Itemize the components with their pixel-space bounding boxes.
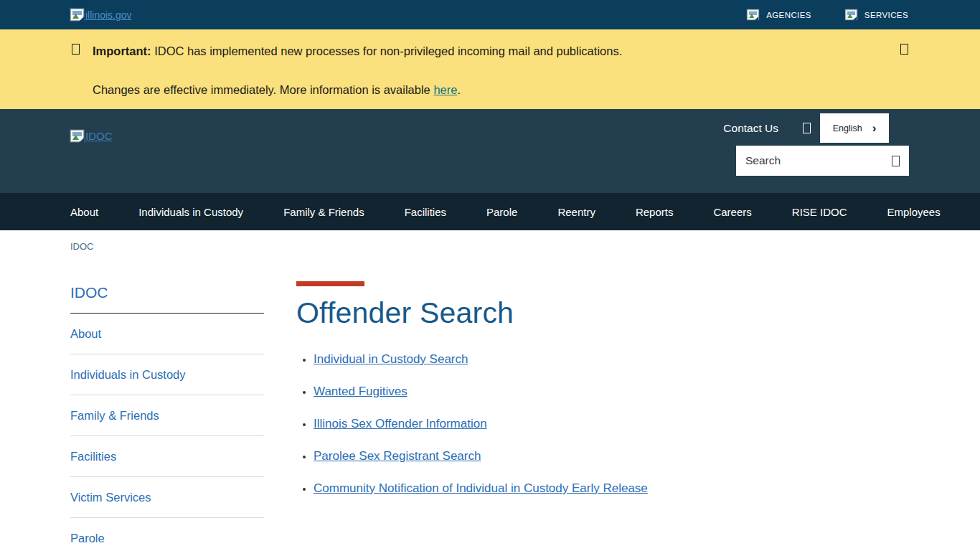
search-input[interactable] <box>745 154 892 167</box>
nav-item-employees[interactable]: Employees <box>867 206 960 218</box>
agencies-label: AGENCIES <box>766 11 811 19</box>
breadcrumb-idoc[interactable]: IDOC <box>70 241 94 252</box>
broken-image-icon <box>70 130 84 142</box>
link-community-notification-early-release[interactable]: Community Notification of Individual in … <box>314 481 648 495</box>
link-individual-in-custody-search[interactable]: Individual in Custody Search <box>314 352 468 366</box>
alert-line2-text: Changes are effective immediately. More … <box>93 83 433 96</box>
list-item: Parolee Sex Registrant Search <box>314 449 648 463</box>
language-selector[interactable]: English › <box>820 113 889 143</box>
search-icon[interactable] <box>892 156 900 166</box>
list-item: Community Notification of Individual in … <box>314 481 648 496</box>
services-link[interactable]: SERVICES <box>844 9 908 21</box>
offender-search-links: Individual in Custody Search Wanted Fugi… <box>314 352 648 496</box>
main-content: Offender Search Individual in Custody Se… <box>296 271 648 551</box>
breadcrumb: IDOC <box>0 230 980 253</box>
nav-item-reentry[interactable]: Reentry <box>537 206 616 218</box>
sidebar-item-individuals-in-custody[interactable]: Individuals in Custody <box>70 354 264 395</box>
broken-image-icon <box>748 9 759 19</box>
utility-bar-links: AGENCIES SERVICES <box>746 9 908 21</box>
services-label: SERVICES <box>864 11 908 19</box>
utility-bar: illinois.gov AGENCIES SERVICES <box>0 0 980 29</box>
broken-image-icon <box>70 9 84 21</box>
sidebar: IDOC About Individuals in Custody Family… <box>70 271 264 551</box>
globe-icon[interactable] <box>803 123 811 133</box>
alert-message: Important: IDOC has implemented new proc… <box>93 42 622 95</box>
agencies-link[interactable]: AGENCIES <box>746 9 811 21</box>
alert-banner: Important: IDOC has implemented new proc… <box>0 29 980 109</box>
sidebar-heading-idoc[interactable]: IDOC <box>70 284 264 314</box>
primary-nav: About Individuals in Custody Family & Fr… <box>0 193 980 230</box>
illinois-gov-logo-link[interactable]: illinois.gov <box>70 9 132 21</box>
link-illinois-sex-offender-information[interactable]: Illinois Sex Offender Information <box>314 417 487 430</box>
link-wanted-fugitives[interactable]: Wanted Fugitives <box>314 385 407 398</box>
header-utilities: Contact Us English › <box>723 113 889 143</box>
link-parolee-sex-registrant-search[interactable]: Parolee Sex Registrant Search <box>314 449 481 463</box>
broken-image-icon <box>845 9 857 19</box>
nav-item-family-friends[interactable]: Family & Friends <box>263 206 385 218</box>
sidebar-item-facilities[interactable]: Facilities <box>70 436 264 477</box>
title-accent-bar <box>296 281 364 286</box>
nav-item-facilities[interactable]: Facilities <box>385 206 466 218</box>
sidebar-item-parole[interactable]: Parole <box>70 518 264 551</box>
nav-item-about[interactable]: About <box>50 206 118 218</box>
chevron-right-icon: › <box>872 122 877 134</box>
nav-item-parole[interactable]: Parole <box>466 206 537 218</box>
idoc-logo-link[interactable]: IDOC <box>70 130 113 142</box>
list-item: Illinois Sex Offender Information <box>314 417 648 431</box>
page-title: Offender Search <box>296 296 648 330</box>
contact-us-link[interactable]: Contact Us <box>723 122 778 135</box>
alert-line1-text: IDOC has implemented new processes for n… <box>151 44 623 57</box>
nav-item-rise-idoc[interactable]: RISE IDOC <box>772 206 867 218</box>
close-icon[interactable] <box>900 44 908 55</box>
alert-important-label: Important: <box>93 44 151 57</box>
language-label: English <box>833 123 862 133</box>
alert-here-link[interactable]: here <box>433 83 457 96</box>
idoc-logo-alt-text: IDOC <box>85 130 113 142</box>
illinois-gov-logo-alt-text: illinois.gov <box>85 9 132 21</box>
list-item: Wanted Fugitives <box>314 385 648 399</box>
alert-icon <box>72 44 80 55</box>
sidebar-item-family-friends[interactable]: Family & Friends <box>70 395 264 436</box>
search-box <box>736 146 909 176</box>
alert-line2-period: . <box>457 83 461 96</box>
sidebar-item-about[interactable]: About <box>70 314 264 354</box>
nav-item-reports[interactable]: Reports <box>616 206 694 218</box>
nav-item-individuals-in-custody[interactable]: Individuals in Custody <box>118 206 263 218</box>
sidebar-item-victim-services[interactable]: Victim Services <box>70 477 264 518</box>
content-area: IDOC About Individuals in Custody Family… <box>0 253 980 551</box>
list-item: Individual in Custody Search <box>314 352 648 367</box>
nav-item-careers[interactable]: Careers <box>693 206 771 218</box>
site-header: IDOC Contact Us English › <box>0 109 980 193</box>
